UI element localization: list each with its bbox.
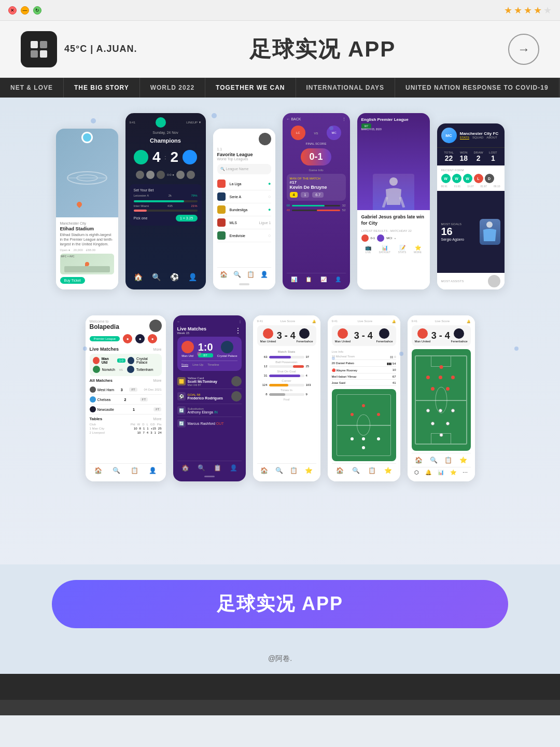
form-w2: W bbox=[452, 174, 461, 183]
favorite-league-subtitle: World Top Leagues bbox=[217, 157, 271, 161]
ticker-item-0[interactable]: NET & LOVE bbox=[0, 78, 64, 98]
motm-stat2: 1 bbox=[301, 192, 309, 198]
mockup-epl: English Premier League W7 MARCH 03, 2020 bbox=[357, 113, 430, 289]
footer-lighter bbox=[0, 700, 560, 715]
mockup-row-1: Manchester City Etihad Stadium Etihad St… bbox=[10, 113, 550, 289]
player-name: Sergio Agüero bbox=[441, 238, 464, 241]
svg-rect-0 bbox=[31, 41, 38, 48]
svg-rect-1 bbox=[40, 41, 47, 48]
league-search[interactable]: 🔍 League Name bbox=[217, 164, 271, 174]
live-week: Week 15 bbox=[177, 331, 207, 335]
mockup-stadium: Manchester City Etihad Stadium Etihad St… bbox=[56, 129, 118, 289]
live-home-team: Man United bbox=[335, 340, 351, 343]
logo-icon bbox=[21, 31, 57, 67]
ticker-item-5[interactable]: UNITED NATION RESPONSE TO COVID-19 bbox=[395, 78, 559, 98]
champions-title: Champions bbox=[130, 137, 202, 144]
close-button[interactable]: ✕ bbox=[8, 6, 17, 15]
home-team-logo bbox=[134, 150, 148, 164]
stat-total: 22 bbox=[444, 154, 454, 162]
tab-about[interactable]: ABOUT bbox=[486, 136, 497, 140]
player-number: 16 bbox=[441, 226, 453, 238]
deco-dot bbox=[197, 352, 201, 356]
league-badge: Premier League bbox=[90, 336, 120, 341]
mockup-live-score-players: 9:41Live Score🔔 Man United 3 - 4 Fenerba… bbox=[328, 315, 400, 481]
tab-stats[interactable]: STATS bbox=[460, 136, 469, 140]
title-bar: ✕ — ↻ ★★★★★ bbox=[0, 0, 560, 21]
live-score-display: 3 - 4 bbox=[354, 330, 373, 341]
deco-dot bbox=[212, 113, 217, 118]
motm-number: #17 bbox=[290, 180, 343, 185]
away-score: 2 bbox=[170, 149, 178, 165]
deco-dot bbox=[329, 126, 333, 130]
motm-stat1: 4 bbox=[290, 192, 298, 198]
home-score: 4 bbox=[152, 149, 161, 165]
match-date: Sunday, 24 Nov bbox=[130, 131, 202, 134]
mockup-final-score: ← BACK ⋮ LC vs MC FINAL SCORE 0-1 Game I… bbox=[283, 113, 350, 289]
stat-won: 18 bbox=[459, 154, 468, 162]
stadium-description: Etihad Stadium is eighth-largest in the … bbox=[60, 232, 114, 246]
logo-text: 45°C | A.JUAN. bbox=[64, 44, 137, 54]
tab-squad[interactable]: SQUAD bbox=[472, 136, 483, 140]
ticker-item-1[interactable]: THE BIG STORY bbox=[64, 78, 140, 98]
mockup-mcfc: MC Manchester City FC STATS SQUAD ABOUT … bbox=[437, 123, 505, 289]
mockup-champions: 9:41 LINEUP ▼ Sunday, 24 Nov Champions 4… bbox=[125, 113, 206, 289]
league-item: Eredivisie ○ bbox=[217, 229, 271, 242]
live-away-team: Fenerbahce bbox=[376, 340, 393, 343]
welcome-text: Welcome to bbox=[90, 320, 119, 323]
ticker-item-3[interactable]: TOGETHER WE CAN bbox=[205, 78, 296, 98]
window-controls[interactable]: ✕ — ↻ bbox=[8, 6, 41, 15]
league-item: La Liga ● bbox=[217, 177, 271, 190]
form-w1: W bbox=[441, 174, 451, 183]
footer-dark bbox=[0, 674, 560, 700]
final-score: 0-1 bbox=[309, 151, 323, 162]
stadium-name: Etihad Stadium bbox=[60, 226, 114, 231]
svg-rect-3 bbox=[40, 50, 47, 58]
deco-dot bbox=[83, 347, 87, 351]
league-item: MLS Ligue 1 bbox=[217, 216, 271, 229]
assists-label: MOST ASSISTS bbox=[441, 280, 464, 283]
form-w3: W bbox=[463, 174, 472, 183]
svg-point-8 bbox=[486, 222, 493, 228]
league-item: Bundesliga ● bbox=[217, 203, 271, 216]
form-d: D bbox=[485, 174, 494, 183]
live-score: 1:0 bbox=[198, 341, 213, 353]
deco-dot bbox=[399, 352, 403, 356]
favorite-league-title: Favorite League bbox=[217, 152, 271, 157]
buy-ticket-button[interactable]: Buy Ticket bbox=[60, 277, 85, 284]
motm-stat3: 6.7 bbox=[312, 192, 324, 198]
svg-point-7 bbox=[389, 177, 398, 186]
mockup-favorite-league: 1.1 Favorite League World Top Leagues 🔍 … bbox=[213, 129, 275, 289]
epl-league-name: English Premier League bbox=[361, 117, 426, 122]
match-item: Newcastle 1 FT bbox=[90, 405, 162, 414]
odd-label: 1 × 3.25 bbox=[176, 215, 198, 222]
live-matches-title: Live Matches bbox=[177, 326, 207, 331]
app-title: 足球实况 APP bbox=[249, 35, 396, 64]
deco-dot bbox=[514, 347, 519, 351]
logo-area: 45°C | A.JUAN. bbox=[21, 31, 137, 67]
bolapedia-name: Bolapedia bbox=[90, 323, 119, 330]
deco-dot bbox=[332, 357, 335, 360]
form-l: L bbox=[474, 174, 483, 183]
refresh-button[interactable]: ↻ bbox=[33, 6, 41, 15]
ticker-item-2[interactable]: WORLD 2022 bbox=[140, 78, 205, 98]
match-score: 3 - 4 bbox=[277, 330, 296, 341]
home-team: Man Utd bbox=[181, 354, 194, 357]
app-header: 45°C | A.JUAN. 足球实况 APP → bbox=[0, 21, 560, 78]
match-item: West Ham 3 FT 04 Dec 2021 bbox=[90, 385, 162, 395]
stat-lost: 1 bbox=[489, 154, 497, 162]
main-content: Manchester City Etihad Stadium Etihad St… bbox=[0, 98, 560, 564]
minimize-button[interactable]: — bbox=[21, 6, 29, 15]
away-team-name: Fenerbahce bbox=[296, 340, 313, 343]
nav-arrow-button[interactable]: → bbox=[508, 34, 539, 65]
bet-label: Set Your Bet bbox=[134, 188, 198, 192]
mockup-live-pitch: 9:41Live Score🔔 Man United 3 - 4 Fenerba… bbox=[408, 315, 475, 481]
pitch-home-team: Man United bbox=[415, 340, 431, 343]
mockup-live-matches: ← ⋮ Live Matches Week 15 ⋮ Man Utd bbox=[173, 315, 246, 481]
credit: @阿卷. bbox=[0, 644, 560, 674]
motm-name: Kevin De Bruyne bbox=[290, 185, 343, 190]
mockup-bolapedia: Welcome to Bolapedia Premier League ● ● … bbox=[86, 315, 166, 481]
cta-button[interactable]: 足球实况 APP bbox=[52, 580, 508, 628]
ticker-item-4[interactable]: INTERNATIONAL DAYS bbox=[296, 78, 395, 98]
svg-rect-2 bbox=[31, 50, 38, 58]
league-item: Serie A ○ bbox=[217, 190, 271, 203]
